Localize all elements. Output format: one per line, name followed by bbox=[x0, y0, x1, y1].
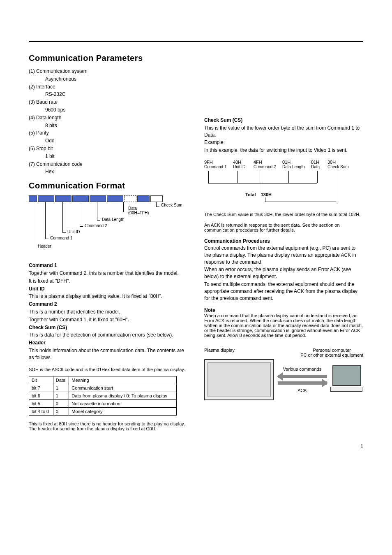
packet-diagram: Header Command 1 Unit ID Command 2 Data … bbox=[29, 195, 188, 261]
desc-cmd2-1: This is a number that identifies the mod… bbox=[29, 309, 188, 316]
param-line: (2) Interface bbox=[29, 84, 188, 91]
param-line: (3) Baud rate bbox=[29, 99, 188, 106]
cs-label: Command 2 bbox=[254, 165, 282, 169]
cs-hex: 9FH bbox=[204, 160, 233, 165]
table-cell: 0 bbox=[53, 399, 69, 407]
cs-label: Data Length bbox=[282, 165, 311, 169]
top-rule bbox=[29, 41, 363, 42]
param-value: 8 bits bbox=[29, 122, 188, 129]
comm-proc-p: Control commands from the external equip… bbox=[204, 245, 363, 265]
param-line: (4) Data length bbox=[29, 114, 188, 121]
checksum-section: Check Sum (CS) This is the value of the … bbox=[204, 117, 363, 154]
cs-total-note: The Check Sum value is thus 30H, the low… bbox=[204, 212, 363, 217]
plasma-display-icon bbox=[204, 359, 274, 400]
cs-label: Data bbox=[311, 165, 327, 169]
cs-hex: 01H bbox=[282, 160, 311, 165]
packet-field-cmd1 bbox=[38, 195, 54, 202]
packet-field-data-end bbox=[137, 195, 150, 202]
table-cell: Communication start bbox=[69, 384, 177, 392]
cs-hex: 40H bbox=[233, 160, 254, 165]
desc-cs-1: This is data for the detection of commun… bbox=[29, 332, 188, 339]
table-header: Meaning bbox=[69, 376, 177, 384]
header-bit-table: Bit Data Meaning bit 7 1 Communication s… bbox=[29, 376, 177, 416]
packet-field-cs bbox=[150, 195, 163, 202]
table-row: bit 4 to 0 0 Model category bbox=[29, 407, 177, 415]
cs-title: Check Sum (CS) bbox=[204, 117, 242, 123]
packet-label-cmd1: Command 1 bbox=[48, 236, 72, 240]
table-row: bit 7 1 Communication start bbox=[29, 384, 177, 392]
param-value: Odd bbox=[29, 137, 188, 144]
desc-cmd1-1: Together with Command 2, this is a numbe… bbox=[29, 270, 188, 277]
desc-cmd2-2: Together with Command 1, it is fixed at … bbox=[29, 316, 188, 323]
table-cell: bit 5 bbox=[29, 399, 53, 407]
packet-label-unitid: Unit ID bbox=[66, 230, 80, 234]
packet-label-cmd2: Command 2 bbox=[83, 223, 107, 228]
cs-total-value: 130H bbox=[261, 192, 272, 197]
pc-icon bbox=[330, 365, 363, 394]
cs-label: Command 1 bbox=[204, 165, 233, 169]
param-value: RS-232C bbox=[29, 91, 188, 98]
table-cell: Not cassette information bbox=[69, 399, 177, 407]
table-cell: 0 bbox=[53, 407, 69, 415]
desc-cmd1-2: It is fixed at "DFH". bbox=[29, 278, 188, 285]
comm-proc-p: To send multiple commands, the external … bbox=[204, 281, 363, 302]
packet-label-data-range: (00H‒FFH) bbox=[128, 211, 149, 215]
header-note-2: The header for sending from the plasma d… bbox=[29, 426, 188, 431]
pc-label-2: PC or other external equipment bbox=[300, 353, 363, 358]
table-header: Bit bbox=[29, 376, 53, 384]
page-number: 1 bbox=[29, 444, 363, 449]
desc-header-1: This holds information about the communi… bbox=[29, 347, 188, 361]
params-list: (1) Communication system Asynchronous (2… bbox=[29, 68, 188, 175]
format-descriptions: Command 1 Together with Command 2, this … bbox=[29, 262, 188, 361]
packet-field-dlen bbox=[90, 195, 106, 202]
cs-example-text: In this example, the data for switching … bbox=[204, 147, 363, 154]
param-value: 9600 bps bbox=[29, 107, 188, 114]
desc-cmd2-title: Command 2 bbox=[29, 301, 57, 307]
pc-label-1: Personal computer bbox=[300, 348, 363, 353]
packet-label-dlen: Data Length bbox=[100, 217, 125, 222]
table-header: Data bbox=[53, 376, 69, 384]
param-line: (7) Communication code bbox=[29, 161, 188, 168]
comm-proc-p: When an error occurs, the plasma display… bbox=[204, 266, 363, 280]
param-value: 1 bit bbox=[29, 153, 188, 160]
table-cell: 1 bbox=[53, 392, 69, 399]
table-cell: bit 4 to 0 bbox=[29, 407, 53, 415]
packet-field-data bbox=[107, 195, 123, 202]
checksum-diagram: 9FH Command 1 40H Unit ID 4FH Command 2 … bbox=[204, 160, 363, 212]
note-heading: Note bbox=[204, 307, 215, 313]
system-diagram: Plasma display Personal computer PC or o… bbox=[204, 348, 363, 409]
cs-hex: 4FH bbox=[254, 160, 282, 165]
table-cell: bit 7 bbox=[29, 384, 53, 392]
desc-cs-title: Check Sum (CS) bbox=[29, 325, 67, 330]
header-note-1: This is fixed at 80H since there is no h… bbox=[29, 421, 188, 426]
cs-label: Check Sum bbox=[327, 165, 352, 169]
plasma-label: Plasma display bbox=[204, 348, 235, 358]
packet-field-cmd2 bbox=[72, 195, 89, 202]
ack-note: An ACK is returned in response to the se… bbox=[204, 223, 363, 232]
packet-label-data-text: Data bbox=[128, 206, 137, 211]
cs-example-label: Example: bbox=[204, 139, 225, 145]
desc-header-title: Header bbox=[29, 340, 46, 346]
cs-total-label: Total bbox=[245, 192, 256, 197]
desc-unit-1: This is a plasma display unit setting va… bbox=[29, 293, 188, 300]
packet-field-unitid bbox=[55, 195, 71, 202]
table-cell: Model category bbox=[69, 407, 177, 415]
cs-hex: 01H bbox=[311, 160, 327, 165]
note-body: When a command that the plasma display c… bbox=[204, 313, 363, 338]
table-row: bit 6 1 Data from plasma display / 0: To… bbox=[29, 392, 177, 399]
cs-label: Unit ID bbox=[233, 165, 254, 169]
desc-cmd1-title: Command 1 bbox=[29, 262, 57, 268]
cs-desc: This is the value of the lower order byt… bbox=[204, 125, 363, 139]
table-cell: 1 bbox=[53, 384, 69, 392]
param-value: Asynchronous bbox=[29, 76, 188, 83]
comm-proc-body: Control commands from the external equip… bbox=[204, 245, 363, 302]
heading-comm-format: Communication Format bbox=[29, 181, 188, 190]
param-line: (1) Communication system bbox=[29, 68, 188, 75]
packet-field-header bbox=[29, 195, 37, 202]
packet-field-data-cont bbox=[124, 195, 136, 202]
table-row: bit 5 0 Not cassette information bbox=[29, 399, 177, 407]
table-cell: Data from plasma display / 0: To plasma … bbox=[69, 392, 177, 399]
packet-label-data: Data (00H‒FFH) bbox=[127, 206, 149, 215]
comm-proc-heading: Communication Procedures bbox=[204, 238, 270, 244]
table-cell: bit 6 bbox=[29, 392, 53, 399]
